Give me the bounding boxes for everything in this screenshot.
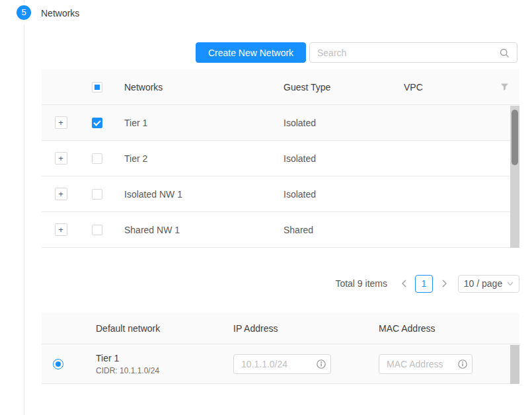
row-checkbox[interactable] — [92, 118, 102, 128]
chevron-down-icon — [507, 282, 513, 286]
table-scrollbar-track[interactable] — [510, 106, 519, 248]
guest-type: Isolated — [273, 153, 393, 164]
expand-row-button[interactable]: + — [55, 223, 67, 236]
pagination-next-button[interactable] — [437, 276, 451, 291]
pagination-page-1[interactable]: 1 — [415, 275, 433, 293]
row-checkbox[interactable] — [92, 153, 102, 164]
column-header-networks: Networks — [114, 82, 273, 93]
network-name: Isolated NW 1 — [114, 189, 273, 200]
select-all-cell — [80, 82, 114, 93]
column-header-ip-address: IP Address — [223, 323, 368, 334]
table-scrollbar-track[interactable] — [510, 345, 519, 384]
default-network-name: Tier 1 — [96, 353, 159, 363]
default-network-table: Default network IP Address MAC Address T… — [42, 313, 519, 384]
column-header-default-network: Default network — [85, 323, 223, 334]
row-checkbox[interactable] — [92, 189, 102, 200]
default-network-row[interactable]: Tier 1 CIDR: 10.1.1.0/24 — [42, 344, 519, 384]
step-number-badge: 5 — [17, 5, 31, 20]
filter-cell — [489, 83, 519, 91]
table-row[interactable]: + Shared NW 1 Shared — [42, 212, 519, 248]
expand-row-button[interactable]: + — [55, 188, 67, 200]
table-row[interactable]: + Isolated NW 1 Isolated — [42, 176, 519, 212]
search-icon[interactable] — [500, 48, 510, 58]
guest-type: Isolated — [273, 118, 393, 128]
guest-type: Shared — [273, 225, 393, 235]
pagination-total: Total 9 items — [335, 278, 387, 289]
network-name: Shared NW 1 — [114, 225, 273, 235]
search-input[interactable] — [310, 43, 517, 62]
networks-table-header: Networks Guest Type VPC — [42, 69, 519, 105]
guest-type: Isolated — [273, 189, 393, 200]
filter-icon[interactable] — [500, 83, 509, 91]
table-row[interactable]: + Tier 1 Isolated — [42, 105, 519, 141]
select-all-checkbox[interactable] — [92, 82, 102, 93]
step-connector — [24, 24, 24, 415]
page-size-value: 10 / page — [464, 278, 502, 289]
table-row[interactable]: + Tier 2 Isolated — [42, 141, 519, 176]
default-network-radio[interactable] — [53, 359, 63, 369]
table-scrollbar-thumb[interactable] — [512, 110, 518, 165]
vm-wizard-networks-step: 5 Networks Create New Network Networks G… — [0, 0, 532, 415]
default-network-cidr: CIDR: 10.1.1.0/24 — [96, 366, 159, 375]
default-network-table-header: Default network IP Address MAC Address — [42, 313, 519, 344]
column-header-vpc: VPC — [393, 82, 489, 93]
column-header-guest-type: Guest Type — [273, 82, 393, 93]
network-name: Tier 2 — [114, 153, 273, 164]
chevron-left-icon — [401, 280, 407, 287]
networks-table: Networks Guest Type VPC + Tier 1 Isolate… — [42, 69, 519, 248]
pagination: Total 9 items 1 10 / page — [335, 273, 519, 294]
expand-row-button[interactable]: + — [55, 116, 67, 129]
pagination-prev-button[interactable] — [397, 276, 411, 291]
info-icon[interactable] — [458, 359, 467, 369]
step-connector-top — [24, 0, 24, 3]
search-box[interactable] — [309, 42, 517, 63]
network-name: Tier 1 — [114, 118, 273, 128]
info-icon[interactable] — [317, 359, 326, 369]
column-header-mac-address: MAC Address — [368, 323, 519, 334]
expand-row-button[interactable]: + — [55, 152, 67, 165]
step-title: Networks — [41, 8, 79, 19]
row-checkbox[interactable] — [92, 225, 102, 235]
create-new-network-button[interactable]: Create New Network — [196, 42, 306, 63]
chevron-right-icon — [441, 280, 447, 287]
page-size-select[interactable]: 10 / page — [458, 275, 519, 293]
